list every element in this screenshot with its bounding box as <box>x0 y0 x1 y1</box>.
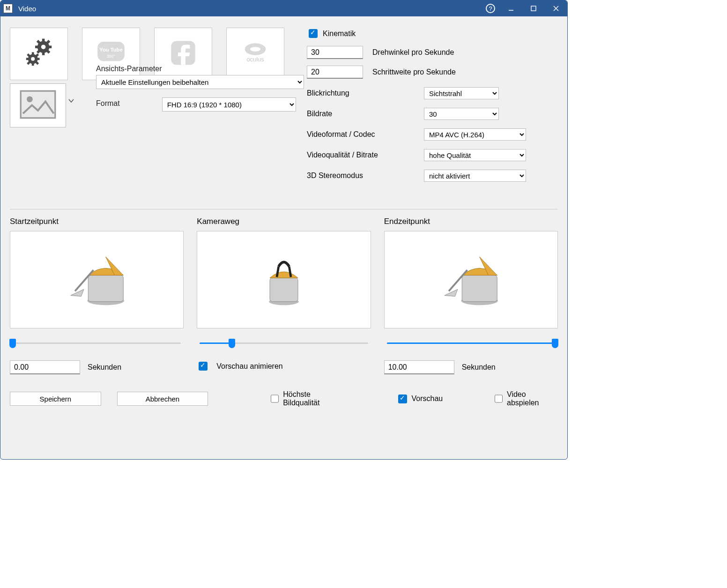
svg-point-15 <box>31 57 35 61</box>
start-unit: Sekunden <box>88 363 121 372</box>
svg-rect-1 <box>531 6 536 11</box>
format-select[interactable]: FHD 16:9 (1920 * 1080) <box>162 97 296 112</box>
svg-rect-6 <box>42 39 45 43</box>
footer: Speichern Abbrechen Höchste Bildqualität… <box>10 390 558 407</box>
end-slider[interactable] <box>384 337 558 349</box>
view-params-select[interactable]: Aktuelle Einstellungen beibehalten <box>96 75 304 89</box>
timeline: Startzeitpunkt <box>10 217 558 374</box>
divider <box>10 209 558 209</box>
preview-animate-label: Vorschau animieren <box>216 362 282 371</box>
start-preview <box>10 231 184 328</box>
svg-rect-8 <box>35 45 39 48</box>
svg-rect-39 <box>270 278 298 302</box>
play-video-label: Video abspielen <box>507 390 558 407</box>
timeline-start: Startzeitpunkt <box>10 217 184 374</box>
svg-rect-9 <box>48 45 52 48</box>
best-quality-checkbox[interactable] <box>271 394 279 403</box>
svg-rect-7 <box>42 52 45 55</box>
end-title: Endzeitpunkt <box>384 217 558 226</box>
save-button[interactable]: Speichern <box>10 392 101 406</box>
start-time-input[interactable] <box>10 360 80 374</box>
camera-slider[interactable] <box>197 337 371 349</box>
minimize-button[interactable] <box>500 0 522 16</box>
svg-text:360°: 360° <box>107 54 115 59</box>
maximize-button[interactable] <box>522 0 545 16</box>
preview-animate-checkbox[interactable] <box>199 362 208 371</box>
format-label: Format <box>96 99 120 108</box>
help-icon[interactable]: ? <box>486 4 495 13</box>
app-icon: M <box>3 4 13 13</box>
camera-title: Kameraweg <box>197 217 371 226</box>
svg-marker-46 <box>445 290 458 297</box>
angle-label: Drehwinkel pro Sekunde <box>372 48 454 57</box>
svg-text:oculus: oculus <box>247 56 264 63</box>
preview-label: Vorschau <box>411 394 443 403</box>
camera-preview <box>197 231 371 328</box>
svg-point-5 <box>41 45 46 49</box>
cancel-button[interactable]: Abbrechen <box>117 392 208 406</box>
model-front-icon <box>239 244 328 316</box>
best-quality-label: Höchste Bildqualität <box>283 390 347 407</box>
content: You Tube 360° <box>0 16 567 459</box>
view-params-label: Ansichts-Parameter <box>96 65 304 73</box>
preview-checkbox[interactable] <box>398 394 407 403</box>
svg-text:You Tube: You Tube <box>99 47 122 52</box>
svg-marker-37 <box>70 290 83 297</box>
end-unit: Sekunden <box>462 363 496 372</box>
model-side-icon <box>426 244 515 316</box>
timeline-end: Endzeitpunkt <box>384 217 558 374</box>
kinematik-row: Kinematik <box>307 28 526 39</box>
svg-rect-18 <box>26 58 30 60</box>
svg-rect-31 <box>21 91 55 118</box>
play-video-checkbox[interactable] <box>495 394 503 403</box>
angle-input[interactable] <box>307 46 363 59</box>
kinematik-label: Kinematik <box>323 30 356 38</box>
window: M Video ? <box>0 0 568 460</box>
image-placeholder-icon <box>19 89 57 121</box>
titlebar: M Video ? <box>0 0 567 16</box>
end-time-input[interactable] <box>384 360 454 374</box>
svg-rect-43 <box>462 275 497 302</box>
model-side-icon <box>52 244 141 316</box>
svg-rect-19 <box>36 58 39 60</box>
close-button[interactable] <box>545 0 567 16</box>
start-title: Startzeitpunkt <box>10 217 184 226</box>
svg-rect-16 <box>32 52 34 55</box>
svg-point-29 <box>250 47 260 52</box>
svg-rect-34 <box>88 275 123 302</box>
svg-point-32 <box>27 96 33 102</box>
kinematik-checkbox[interactable] <box>309 29 318 38</box>
end-preview <box>384 231 558 328</box>
image-placeholder-button[interactable] <box>10 83 66 127</box>
window-title: Video <box>18 5 36 13</box>
chevron-down-icon[interactable] <box>68 97 74 105</box>
timeline-camera: Kameraweg <box>197 217 371 374</box>
start-slider[interactable] <box>10 337 184 349</box>
